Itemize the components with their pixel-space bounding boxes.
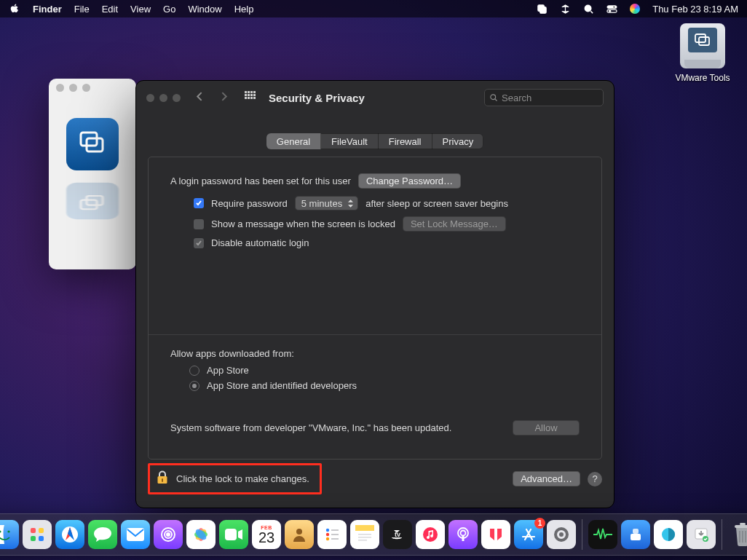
- svg-rect-30: [31, 528, 36, 533]
- dock-contacts[interactable]: [285, 520, 314, 549]
- siri-icon[interactable]: [629, 3, 641, 15]
- stage-manager-icon[interactable]: [536, 3, 548, 15]
- dock-tv[interactable]: tv: [383, 520, 412, 549]
- dock-appstore[interactable]: 1: [514, 520, 543, 549]
- svg-point-6: [609, 10, 610, 12]
- svg-point-25: [491, 95, 496, 100]
- tab-bar: General FileVault Firewall Privacy: [266, 133, 483, 149]
- svg-rect-1: [540, 7, 545, 12]
- tab-firewall[interactable]: Firewall: [379, 133, 432, 149]
- allow-apps-header: Allow apps downloaded from:: [170, 348, 580, 359]
- svg-rect-13: [245, 91, 247, 93]
- svg-point-47: [326, 537, 329, 540]
- svg-point-5: [613, 6, 614, 7]
- dock-separator: [722, 519, 722, 550]
- desktop-icon-vmware-tools[interactable]: VMware Tools: [671, 23, 734, 83]
- svg-point-59: [559, 532, 564, 537]
- dock-safari[interactable]: [55, 520, 84, 549]
- dock-music[interactable]: [416, 520, 445, 549]
- svg-rect-43: [225, 529, 237, 540]
- svg-point-29: [7, 530, 9, 532]
- login-password-text: A login password has been set for this u…: [170, 176, 351, 186]
- desktop-icon-label: VMware Tools: [671, 73, 734, 83]
- tab-privacy[interactable]: Privacy: [432, 133, 484, 149]
- vmware-tools-window[interactable]: [49, 79, 136, 269]
- advanced-button[interactable]: Advanced…: [513, 471, 580, 486]
- svg-point-46: [326, 533, 329, 536]
- window-controls[interactable]: [146, 94, 181, 102]
- tab-general[interactable]: General: [266, 133, 321, 149]
- svg-point-45: [326, 529, 329, 532]
- tab-filevault[interactable]: FileVault: [321, 133, 379, 149]
- allow-button: Allow: [513, 420, 580, 435]
- menubar-app-name[interactable]: Finder: [33, 4, 62, 15]
- dock-launchpad[interactable]: [23, 520, 52, 549]
- svg-rect-3: [607, 5, 617, 8]
- toolbar: Security & Privacy Search: [136, 81, 614, 114]
- dock-activity-monitor[interactable]: [588, 520, 617, 549]
- vmware-tools-app-icon[interactable]: [66, 118, 119, 170]
- search-placeholder: Search: [502, 92, 531, 103]
- calendar-day: 23: [258, 530, 274, 545]
- dock-podcasts2[interactable]: [448, 520, 478, 549]
- dock-notes[interactable]: [350, 520, 379, 549]
- menu-view[interactable]: View: [130, 4, 151, 15]
- menubar-datetime[interactable]: Thu Feb 23 8:19 AM: [652, 4, 738, 15]
- dock-mail[interactable]: [121, 520, 150, 549]
- dock-facetime[interactable]: [219, 520, 248, 549]
- help-button[interactable]: ?: [588, 472, 602, 486]
- require-password-suffix: after sleep or screen saver begins: [365, 198, 508, 209]
- dock-messages[interactable]: [88, 520, 117, 549]
- dock-trash[interactable]: [728, 520, 747, 549]
- window-controls[interactable]: [56, 84, 90, 92]
- show-all-icon[interactable]: [245, 91, 256, 104]
- dock-app-cyan[interactable]: [654, 520, 683, 549]
- general-panel: A login password has been set for this u…: [148, 157, 602, 460]
- dock-calendar[interactable]: FEB 23: [252, 520, 281, 549]
- lock-to-make-changes[interactable]: Click the lock to make changes.: [148, 463, 322, 494]
- svg-rect-51: [355, 525, 374, 531]
- svg-rect-17: [245, 94, 247, 96]
- menubar: Finder File Edit View Go Window Help Thu…: [0, 0, 747, 17]
- menu-help[interactable]: Help: [234, 4, 254, 15]
- forward-button[interactable]: [219, 92, 229, 103]
- spotlight-icon[interactable]: [582, 3, 594, 15]
- dock-photos[interactable]: [186, 520, 216, 549]
- dock-app-installer[interactable]: [687, 520, 716, 549]
- input-menu-icon[interactable]: [559, 3, 571, 15]
- back-button[interactable]: [195, 92, 205, 103]
- svg-rect-18: [248, 94, 250, 96]
- require-password-checkbox[interactable]: [194, 198, 204, 208]
- menu-edit[interactable]: Edit: [102, 4, 118, 15]
- require-password-delay-select[interactable]: 5 minutes: [295, 196, 358, 210]
- svg-rect-4: [607, 9, 617, 12]
- set-lock-message-button: Set Lock Message…: [403, 216, 506, 232]
- svg-rect-27: [162, 478, 163, 482]
- svg-rect-21: [245, 97, 247, 99]
- menu-go[interactable]: Go: [163, 4, 175, 15]
- svg-rect-52: [358, 534, 371, 535]
- svg-rect-24: [253, 97, 256, 99]
- dock-system-preferences[interactable]: [547, 520, 576, 549]
- svg-point-2: [585, 5, 590, 11]
- control-center-icon[interactable]: [606, 3, 617, 15]
- menu-file[interactable]: File: [74, 4, 90, 15]
- apple-menu-icon[interactable]: [9, 3, 20, 15]
- search-input[interactable]: Search: [484, 89, 604, 106]
- svg-rect-33: [39, 536, 44, 541]
- dock-separator: [582, 519, 582, 550]
- dock-podcasts[interactable]: [154, 520, 183, 549]
- change-password-button[interactable]: Change Password…: [358, 173, 461, 189]
- svg-point-57: [461, 531, 466, 536]
- dock-finder[interactable]: [0, 520, 19, 549]
- svg-rect-15: [250, 91, 253, 93]
- dock-app-blue[interactable]: [621, 520, 650, 549]
- dock-reminders[interactable]: [317, 520, 347, 549]
- svg-rect-54: [358, 540, 367, 541]
- svg-rect-8: [699, 37, 709, 45]
- svg-rect-23: [250, 97, 253, 99]
- appstore-badge: 1: [534, 518, 545, 529]
- menu-window[interactable]: Window: [188, 4, 221, 15]
- dock-news[interactable]: [481, 520, 510, 549]
- security-privacy-window: Security & Privacy Search General FileVa…: [135, 80, 614, 508]
